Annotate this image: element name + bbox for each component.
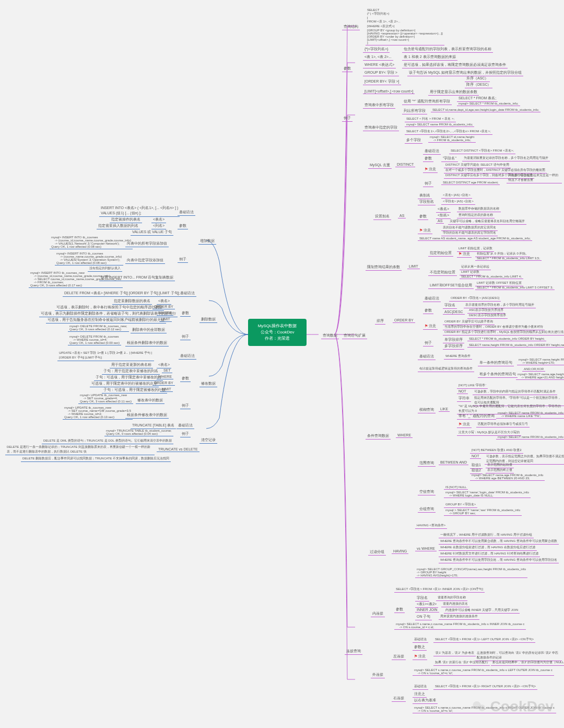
distinct-ex: SELECT DISTINCT age FROM student; [441,180,500,185]
right-ex-label: 例子 [342,115,352,122]
where-single: mysql> SELECT name,height FROM tb_studen… [517,357,564,365]
limit-a-note-label: ⚑注意 [457,251,472,258]
update-syntax-label: 基础语法 [179,353,196,360]
orderby-note-label: ⚑注意 [423,323,438,330]
right-join-title: 右连接 [392,695,406,702]
alias-tbl-p2v: 查询时指定的表的新名称 [457,212,495,218]
join-title: 连接查询 [345,648,362,655]
truncate-syntax-label: 基础语法 [177,422,194,429]
alias-params: 参数 [418,213,428,220]
having-v1: 一般情况下，WHERE 用于过滤数据行，而 HAVING 用于过滤分组 [439,532,534,538]
alias-ex: SELECT name AS student_name, age AS stud… [418,236,532,241]
distinct-p: "字段名" [441,155,458,162]
delete-ex2: mysql> DELETE FROM tb_courses -> WHERE c… [68,334,121,345]
having-v5: WHERE 查询条件中不可以使用字段别名，而 HAVING 查询条件中可以使用字… [439,557,559,563]
where-single-l: 单一条件的查询语句 [478,360,514,366]
inner-syntax: SELECT <字段名> FROM <表1> INNER JOIN <表2> [… [394,586,485,593]
distinct-ex-label: 例子 [423,180,433,187]
left-syntax: SELECT <字段名> FROM <表1> LEFT OUTER JOIN <… [433,637,535,643]
groupby-syntax: GROUP BY <字段名> [444,502,477,508]
where-multi-l: 有多个条件的查询语句 [478,371,518,378]
update-syntax: UPDATE <表名> SET 字段 1=值 1 [,字段 2=值 2... ]… [57,350,154,361]
alias-kw: AS [398,213,406,218]
all2-label: 列出所有字段 [402,108,427,114]
orderby-p1: 字段名 [443,302,457,309]
delete-title: 删除数据 [199,316,217,323]
rp3v: 是可选项，如果选择该项，将限定查询数据必须满足该查询条件 [402,62,508,68]
struct-label: 查询结构 [342,24,360,30]
between-title: 范围查询 [418,460,436,467]
distinct-pv: 为需要消除重复记录的字段名称，多个字段名之间用逗号隔开 [462,155,550,161]
like-n2ex: mysql> SELECT name FROM tb_students_info… [496,435,564,440]
rp3: WHERE <表达式> [363,62,396,68]
insert-ex-label: 例子 [178,256,188,263]
groupby-ex: mysql > SELECT 'name','sex' FROM tb_stud… [444,508,522,516]
limit-c-ex: SELECT * FROM tb_students_info LIMIT 5 O… [475,285,555,290]
having-v3: WHERE 在数据分组前进行过滤，而 HAVING 在数据分组后进行过滤 [439,545,537,551]
center-line1: MySQL操作表中数据 [251,323,303,329]
spec-label: 查询表中指定的字段 [363,124,399,131]
inner-p4v: 用来设置内连接的连接条件 [439,614,479,620]
insert-p3: VALUES 或 VALUE 子句 [131,229,173,236]
query-label: 查询数据 [321,332,339,339]
where-multi-kw: AND;OR;XOR [522,367,545,372]
distinct-n3b: 只有多个字段组合起来完全是一样的情况下才会被去重 [507,172,562,183]
update-ex-label: 例子 [180,402,191,409]
rp2v: 表 1 和表 2 表示查询数据的来源 [402,54,457,61]
truncate-ex: mysql> TRUNCATE TABLE tb_student_course;… [104,429,173,436]
inner-p1v: 需要查询的字段名称 [436,595,467,601]
wechat-icon [472,699,487,714]
inner-p3: INNER JOIN [415,607,439,613]
update-ex1-label: 修改表中的数据 [136,397,164,404]
left-p2v: 那么在返回结果中，'表2' 的字段值均为空值（NULL） [491,660,564,666]
right-params-label-2: 参数 [394,606,405,613]
limit-b-ex: SELECT * FROM tb_students_info LIMIT 4; [460,274,523,279]
delete-syntax: DELETE FROM <表名> [WHERE 子句] [ORDER BY 子句… [63,290,181,297]
insert-ex2-label: 向表中指定字段添加值 [125,257,165,264]
right-syntax-label: 基础语法 [413,684,428,690]
orderby-title: 排序 [375,318,385,325]
rp5b: 降序（DESC） [465,82,492,88]
limit-b-label: 不指定初始位置 [428,269,457,276]
like-syntax: [NOT] LIKE '字符串' [457,383,488,389]
orderby-kw: ORDER BY [393,318,415,323]
orderby-p2: ASC|DESC [443,309,465,315]
rp1v: 包含星号通配符的字段列表，表示所要查询字段的名称 [402,46,493,53]
spec2: SELECT <字段名1>,<字段名2>,...,<字段名n> FROM <表名… [405,129,492,135]
having-kw: HAVING [392,549,408,554]
alias-tbl-p1v: 数据库中存储的数据表的名称 [457,206,501,212]
alias-tbl-p3: AS [436,218,444,224]
where-syntax: WHERE 查询条件 [444,353,472,360]
right-note2: 以右表为基准 [413,697,438,704]
truncate-vs1: DELETE 是 DML 类型的语句；TRUNCATE 是 DDL 类型的语句。… [42,438,173,444]
delete-p4v: 可选项，用于告知服务器在控制命令被返回到客户端前被删除行的最大值 [46,317,166,323]
alias-col-label: 字段别名 [418,199,436,205]
like-kw: LIKE [439,407,450,412]
update-ex2: mysql> UPDATE tb_courses_new -> SET cour… [63,406,133,420]
truncate-ex-label: 例子 [180,431,191,437]
having-syntax: HAVING <查询条件> [415,523,447,529]
orderby-ex2-label: 多字段排序 [443,343,464,350]
center-line3: 作者：光荣君 [251,336,303,342]
insert-syntax: INSERT INTO <表名> ( <列名1>, [... <列名n> ] )… [99,205,180,217]
outer-label: 外连接 [371,672,385,678]
orderby-p-label: 参数 [423,307,433,314]
alias-note-label: ⚑注意 [418,227,432,234]
insert-from: mysql> INSERT INTO tb_courses_new -> (co… [29,271,123,288]
between-syntax: [NOT] BETWEEN 取值1 AND 取值2 [470,447,523,454]
orderby-n3: ORDER BY 指定多个字段进行排序时，MySQL 会按照字段的顺序从左到右依… [443,329,564,336]
left-note-label: ⚑注意 [413,653,427,660]
limit-c-label: LIMIT和OFFSET组合使用 [428,282,474,289]
left-p1: '表1' 为基表，'表2' 为参考表 [433,650,476,656]
like-p2: 字符串 [457,395,471,402]
truncate-vs3: DELETE 删除数据后，配合事件回滚可以找回数据；TRUNCATE 不支持事务… [21,456,171,462]
groupby-title: 分组查询 [418,506,436,513]
rp2: <表 1>, <表 2>... [363,54,393,61]
having-title: 过滤分组 [368,549,386,556]
all1-label: 使用 "*" 通配符查询所有字段 [402,98,452,105]
left-p2: 如果 '表1' 的某行在 '表2' 中没有匹配行 [433,660,490,666]
svg-point-1 [478,704,485,711]
delete-params-label: 参数 [180,310,191,317]
limit-kw: LIMIT [407,264,420,269]
rp4: GROUP BY< 字段 > [363,70,399,76]
